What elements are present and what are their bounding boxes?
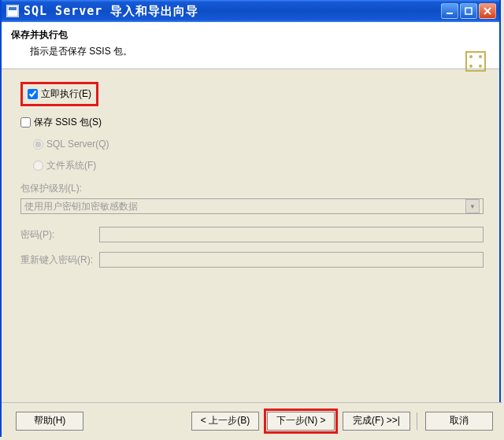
page-title: 保存并执行包 bbox=[11, 28, 490, 42]
svg-point-9 bbox=[469, 65, 472, 68]
svg-rect-6 bbox=[466, 52, 485, 71]
chevron-down-icon: ▼ bbox=[465, 199, 480, 213]
save-ssis-label: 保存 SSIS 包(S) bbox=[34, 116, 102, 129]
protection-level-label: 包保护级别(L): bbox=[20, 182, 82, 195]
file-system-label: 文件系统(F) bbox=[46, 159, 96, 172]
svg-rect-1 bbox=[9, 7, 17, 10]
svg-rect-3 bbox=[465, 8, 472, 14]
wizard-header: 保存并执行包 指示是否保存 SSIS 包。 bbox=[2, 22, 499, 69]
minimize-button[interactable] bbox=[441, 3, 458, 19]
finish-button[interactable]: 完成(F) >>| bbox=[343, 412, 410, 431]
save-ssis-checkbox[interactable] bbox=[20, 117, 31, 128]
file-system-radio bbox=[33, 161, 43, 171]
button-bar: 帮助(H) < 上一步(B) 下一步(N) > 完成(F) >>| 取消 bbox=[2, 402, 502, 438]
separator bbox=[417, 412, 417, 430]
password-input bbox=[99, 227, 484, 242]
window-buttons bbox=[441, 3, 496, 19]
sql-server-radio bbox=[33, 139, 43, 150]
page-subtitle: 指示是否保存 SSIS 包。 bbox=[11, 45, 490, 58]
wizard-body: 立即执行(E) 保存 SSIS 包(S) SQL Server(Q) 文件系统(… bbox=[2, 69, 499, 268]
reenter-password-input bbox=[99, 252, 484, 268]
protection-level-value: 使用用户密钥加密敏感数据 bbox=[24, 200, 138, 213]
app-icon bbox=[6, 5, 19, 17]
next-button[interactable]: 下一步(N) > bbox=[267, 412, 335, 431]
reenter-password-label: 重新键入密码(R): bbox=[20, 253, 99, 267]
highlight-run-now: 立即执行(E) bbox=[20, 82, 98, 106]
svg-point-8 bbox=[479, 55, 482, 58]
maximize-button[interactable] bbox=[460, 3, 477, 19]
close-button[interactable] bbox=[479, 3, 496, 19]
cancel-button[interactable]: 取消 bbox=[425, 412, 493, 431]
run-now-checkbox[interactable] bbox=[28, 89, 38, 99]
password-label: 密码(P): bbox=[20, 228, 99, 242]
protection-level-select: 使用用户密钥加密敏感数据 ▼ bbox=[20, 198, 484, 214]
window-title: SQL Server 导入和导出向导 bbox=[24, 4, 441, 19]
svg-point-7 bbox=[469, 55, 472, 58]
run-now-label: 立即执行(E) bbox=[41, 87, 91, 101]
titlebar[interactable]: SQL Server 导入和导出向导 bbox=[2, 0, 499, 22]
back-button[interactable]: < 上一步(B) bbox=[191, 412, 259, 431]
sql-server-label: SQL Server(Q) bbox=[46, 139, 109, 150]
svg-rect-2 bbox=[447, 13, 453, 14]
highlight-next: 下一步(N) > bbox=[264, 409, 338, 434]
svg-point-10 bbox=[479, 65, 482, 68]
wizard-icon bbox=[460, 46, 491, 77]
help-button[interactable]: 帮助(H) bbox=[16, 412, 83, 431]
